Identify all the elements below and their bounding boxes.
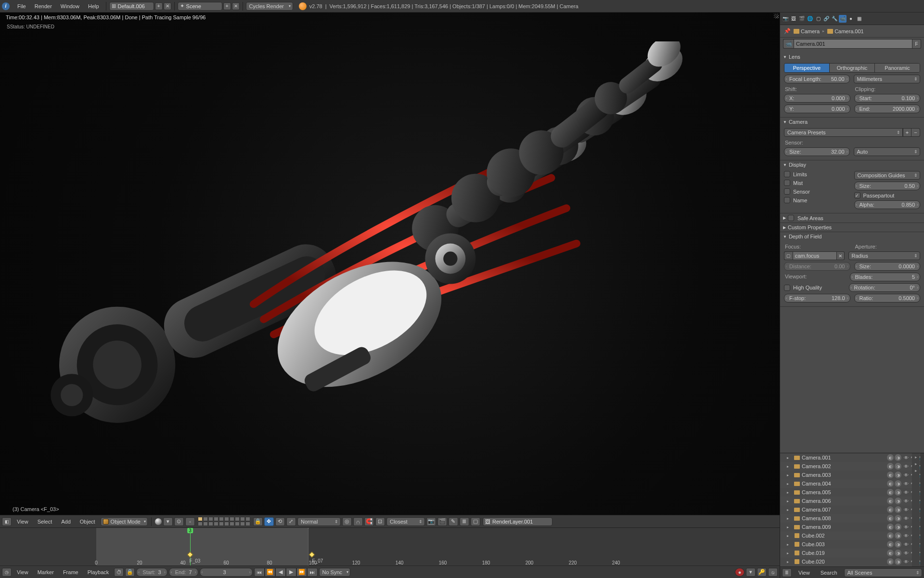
datablock-browse-icon[interactable]: 📹	[783, 39, 794, 49]
shading-dropdown[interactable]: ▾	[163, 517, 173, 526]
manipulator-rotate[interactable]: ⟲	[275, 517, 285, 526]
jump-to-end-button[interactable]: ⏭	[307, 568, 318, 577]
lens-unit-select[interactable]: Millimeters	[854, 75, 921, 83]
tab-orthographic[interactable]: Orthographic	[830, 64, 875, 72]
camera-presets-select[interactable]: Camera Presets	[784, 128, 903, 137]
render-layer-field[interactable]: 🖼	[483, 517, 552, 526]
mode-select[interactable]: Object Mode	[101, 517, 148, 526]
outliner-row[interactable]: ▸ Camera.006 ◐◑ 👁↖📷	[780, 497, 924, 505]
outliner-scrollbar[interactable]	[920, 453, 924, 566]
aperture-blades-field[interactable]: Blades:5	[850, 273, 921, 281]
screen-layout-field[interactable]: ⊞	[109, 2, 154, 11]
filter-icon[interactable]: ▸	[913, 454, 919, 460]
panel-custom-properties-header[interactable]: ▶Custom Properties	[780, 223, 924, 232]
limits-checkbox[interactable]: Limits	[784, 171, 850, 177]
vp-menu-view[interactable]: View	[13, 517, 32, 526]
expand-icon[interactable]: ▸	[787, 525, 789, 529]
outliner-menu-search[interactable]: Search	[817, 568, 841, 577]
auto-keyframe-toggle[interactable]: ●	[735, 568, 744, 577]
3d-viewport[interactable]: Time:00:32.43 | Mem:8303.06M, Peak:8303.…	[0, 13, 780, 515]
delete-scene-button[interactable]: ✕	[232, 2, 240, 10]
delete-layout-button[interactable]: ✕	[164, 2, 171, 10]
preset-add-button[interactable]: +	[903, 128, 911, 137]
expand-icon[interactable]: ▸	[787, 560, 789, 564]
expand-icon[interactable]: ▸	[787, 542, 789, 547]
tab-world-icon[interactable]: 🌐	[806, 15, 814, 23]
expand-icon[interactable]: ▸	[787, 473, 789, 477]
tab-object-icon[interactable]: ▢	[814, 15, 822, 23]
clip-start-field[interactable]: Start:0.100	[854, 94, 921, 103]
name-checkbox[interactable]: Name	[784, 197, 850, 203]
keying-set-insert[interactable]: 🔑	[757, 568, 767, 577]
outliner-row[interactable]: ▸ Camera.001 ◐◑ 👁↖📷	[780, 453, 924, 462]
outliner-row[interactable]: ▸ Camera.005 ◐◑ 👁↖📷	[780, 488, 924, 497]
add-scene-button[interactable]: +	[223, 2, 231, 10]
outliner-row[interactable]: ▸ Cube.002 ◐◑ 👁↖📷	[780, 531, 924, 540]
filter-icon[interactable]: ▸	[913, 468, 919, 473]
proportional-edit[interactable]: ◎	[342, 517, 352, 526]
viewport-shading-icon[interactable]	[155, 518, 162, 525]
outliner-row[interactable]: ▸ Camera.003 ◐◑ 👁↖📷	[780, 471, 924, 479]
tl-menu-marker[interactable]: Marker	[34, 568, 58, 577]
outliner-row[interactable]: ▸ Cube.020 ◐◑ 👁↖📷	[780, 557, 924, 566]
sensor-checkbox[interactable]: Sensor	[784, 188, 850, 195]
gpencil-toggle[interactable]: ✎	[449, 517, 458, 526]
shift-y-field[interactable]: Y:0.000	[784, 105, 850, 113]
outliner-row[interactable]: ▸ Cube.003 ◐◑ 👁↖📷	[780, 540, 924, 549]
expand-icon[interactable]: ▸	[787, 499, 789, 503]
outliner-tree[interactable]: ▸ Camera.001 ◐◑ 👁↖📷▸ Camera.002 ◐◑ 👁↖📷▸ …	[780, 453, 924, 566]
outliner-row[interactable]: ▸ Camera.002 ◐◑ 👁↖📷	[780, 462, 924, 471]
panel-lens-header[interactable]: ▼Lens	[780, 53, 924, 61]
snap-element[interactable]: ⊡	[375, 517, 385, 526]
scene-field[interactable]: ✦	[178, 2, 222, 11]
proportional-falloff[interactable]: ∩	[353, 517, 363, 526]
keyframe-next-button[interactable]: ⏩	[296, 568, 307, 577]
render-layer-name[interactable]	[492, 519, 550, 525]
outliner-display-mode[interactable]: All Scenes	[844, 568, 922, 577]
timeline-canvas[interactable]: 3 F_03 F_07 0 20 40 60 80 100 120 140 16…	[0, 528, 780, 565]
snap-toggle[interactable]: 🧲	[364, 517, 374, 526]
tab-render-icon[interactable]: 📷	[782, 15, 789, 23]
area-splitter-icon[interactable]	[774, 13, 779, 18]
tab-panoramic[interactable]: Panoramic	[875, 64, 920, 72]
opengl-render-image[interactable]: 📷	[426, 517, 436, 526]
tl-menu-playback[interactable]: Playback	[84, 568, 113, 577]
lock-time[interactable]: 🔒	[125, 568, 135, 577]
start-frame-field[interactable]: Start:3	[136, 568, 167, 577]
menu-window[interactable]: Window	[57, 2, 83, 11]
gpencil-mode[interactable]: ▢	[471, 517, 480, 526]
outliner-row[interactable]: ▸ Camera.004 ◐◑ 👁↖📷	[780, 479, 924, 488]
tab-material-icon[interactable]: ●	[847, 15, 855, 23]
safe-areas-checkbox[interactable]	[788, 215, 794, 221]
play-button[interactable]: ▶	[286, 568, 296, 577]
menu-help[interactable]: Help	[84, 2, 103, 11]
aperture-ratio-field[interactable]: Ratio:0.5000	[854, 294, 921, 302]
editor-type-icon[interactable]: ≣	[782, 568, 792, 577]
sensor-fit-select[interactable]: Auto	[854, 147, 921, 156]
fake-user-button[interactable]: F	[912, 39, 921, 49]
current-frame-field[interactable]: 3	[200, 568, 253, 577]
viewport-fstop-field[interactable]: F-stop:128.0	[784, 294, 850, 302]
end-frame-field[interactable]: End:7	[169, 568, 198, 577]
keying-set-delete[interactable]: ⍉	[768, 568, 778, 577]
aperture-type-select[interactable]: Radius	[848, 251, 921, 260]
focus-object-field[interactable]: ▢cam.focus✕	[784, 251, 845, 260]
panel-camera-header[interactable]: ▼Camera	[780, 118, 924, 126]
expand-icon[interactable]: ▸	[787, 490, 789, 495]
expand-icon[interactable]: ▸	[787, 551, 789, 555]
clip-end-field[interactable]: End:2000.000	[854, 105, 921, 113]
pivot-align[interactable]: ◦	[185, 517, 195, 526]
layer-buttons[interactable]	[198, 517, 250, 526]
tab-texture-icon[interactable]: ▦	[855, 15, 863, 23]
expand-icon[interactable]: ▸	[787, 464, 789, 469]
clear-button[interactable]: ✕	[837, 251, 845, 260]
outliner-row[interactable]: ▸ Camera.008 ◐◑ 👁↖📷	[780, 514, 924, 523]
keyframe-marker[interactable]	[309, 552, 315, 558]
tab-renderlayers-icon[interactable]: 🖼	[790, 15, 797, 23]
tab-perspective[interactable]: Perspective	[784, 64, 830, 72]
datablock-name-input[interactable]	[794, 39, 912, 49]
menu-file[interactable]: File	[13, 2, 30, 11]
transform-orientation[interactable]: Normal	[297, 517, 341, 526]
tl-menu-view[interactable]: View	[13, 568, 32, 577]
add-layout-button[interactable]: +	[155, 2, 163, 10]
